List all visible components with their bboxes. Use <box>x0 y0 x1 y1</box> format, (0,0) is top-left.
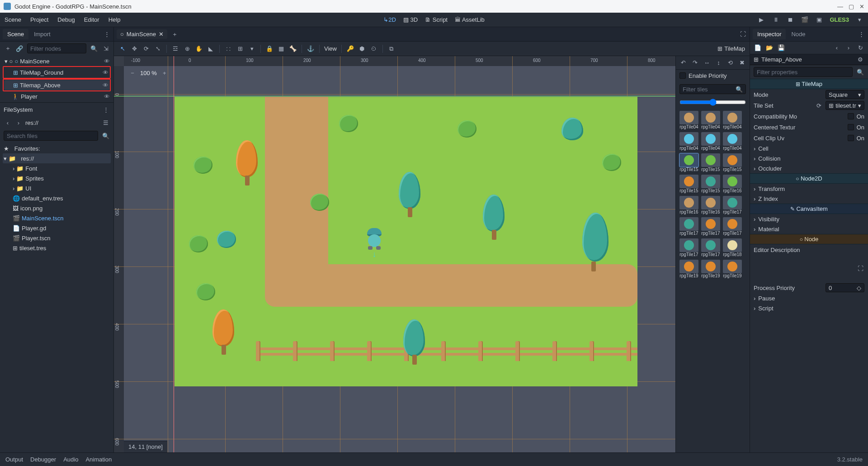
instance-scene-icon[interactable]: 🔗 <box>15 44 24 52</box>
menu-editor[interactable]: Editor <box>84 16 99 23</box>
tile-rpgTile16[interactable]: rpgTile16 <box>679 196 698 214</box>
section-canvasitem[interactable]: ✎ CanvasItem <box>750 204 868 214</box>
fs-fwd-icon[interactable]: › <box>14 119 23 127</box>
search-icon[interactable]: 🔍 <box>856 68 864 76</box>
node-options-icon[interactable]: ⚙ <box>856 56 864 64</box>
insp-history-icon[interactable]: ↻ <box>856 44 864 52</box>
canvas-viewport[interactable]: -100010020030040050060070080090010001100… <box>114 56 675 452</box>
add-node-icon[interactable]: ＋ <box>4 44 12 52</box>
prop-process-value[interactable]: 0◇ <box>826 283 864 292</box>
tile-rpgTile04[interactable]: rpgTile04 <box>679 111 698 129</box>
panel-menu-icon[interactable]: ⋮ <box>103 30 111 38</box>
fold-script[interactable]: › Script <box>750 303 868 313</box>
prop-compat-check[interactable] <box>848 113 854 119</box>
minimize-icon[interactable]: — <box>837 3 843 10</box>
search-icon[interactable]: 🔍 <box>90 44 98 52</box>
prop-clip-check[interactable] <box>848 135 854 141</box>
tile-rpgTile04[interactable]: rpgTile04 <box>723 111 742 129</box>
section-node2d[interactable]: ○ Node2D <box>750 173 868 184</box>
play-scene-icon[interactable]: 🎬 <box>801 16 809 24</box>
mode-3d-tab[interactable]: ▨ 3D <box>403 16 418 23</box>
close-tab-icon[interactable]: ✕ <box>159 31 164 38</box>
inspector-filter-input[interactable]: Filter properties <box>754 67 853 77</box>
tab-import[interactable]: Import <box>29 29 55 39</box>
copy-icon[interactable]: ⧉ <box>387 45 396 53</box>
fs-toggle-view-icon[interactable]: ☰ <box>102 119 110 127</box>
tile-redo-icon[interactable]: ↷ <box>691 59 698 67</box>
tile-flip-h-icon[interactable]: ↔ <box>703 59 710 67</box>
fs-item-font[interactable]: › 📁 Font <box>3 163 111 173</box>
view-menu[interactable]: View <box>324 45 337 52</box>
tile-rpgTile17[interactable]: rpgTile17 <box>701 217 720 236</box>
pan-tool-icon[interactable]: ✋ <box>195 45 203 53</box>
renderer-label[interactable]: GLES3 <box>830 16 849 23</box>
menu-debug[interactable]: Debug <box>57 16 75 23</box>
snap-toggle-icon[interactable]: ⸬ <box>224 45 232 53</box>
scene-node-mainscene[interactable]: ▾ ○ ○ MainScene👁 <box>3 56 111 66</box>
tile-rpgTile15[interactable]: rpgTile15 <box>679 153 698 172</box>
tilemap-mode-label[interactable]: TileMap <box>724 45 745 52</box>
tile-rpgTile17[interactable]: rpgTile17 <box>701 238 720 257</box>
tileset-revert-icon[interactable]: ⟳ <box>815 101 823 109</box>
fs-root[interactable]: ▾ 📁 res:// <box>3 153 111 163</box>
fs-menu-icon[interactable]: ⋮ <box>102 105 110 114</box>
stop-icon[interactable]: ⏹ <box>786 16 794 24</box>
tile-rotate-icon[interactable]: ⟲ <box>727 59 734 67</box>
tile-rpgTile04[interactable]: rpgTile04 <box>679 132 698 151</box>
scene-node-player[interactable]: 🚶 Player👁 <box>3 91 111 101</box>
ruler-tool-icon[interactable]: ◣ <box>207 45 215 53</box>
fs-back-icon[interactable]: ‹ <box>4 119 12 127</box>
prop-tileset-value[interactable]: ⊞ tileset.tr▾ <box>826 101 864 110</box>
scene-filter-input[interactable]: Filter nodes <box>27 43 86 53</box>
tile-rpgTile16[interactable]: rpgTile16 <box>701 196 720 214</box>
tab-scene[interactable]: Scene <box>3 29 28 39</box>
group-icon[interactable]: ▦ <box>277 45 285 53</box>
tile-rpgTile18[interactable]: rpgTile18 <box>723 238 742 257</box>
tile-rpgTile04[interactable]: rpgTile04 <box>701 132 720 151</box>
fs-item-default_env.tres[interactable]: 🌐 default_env.tres <box>3 193 111 203</box>
close-icon[interactable]: ✕ <box>859 3 864 10</box>
mode-script-tab[interactable]: 🗎 Script <box>425 16 448 23</box>
fs-search-input[interactable]: Search files <box>4 131 98 141</box>
insp-load-icon[interactable]: 📂 <box>765 44 774 52</box>
tile-rpgTile04[interactable]: rpgTile04 <box>723 132 742 151</box>
maximize-icon[interactable]: ▢ <box>849 3 854 10</box>
menu-help[interactable]: Help <box>108 16 121 23</box>
fold-collision[interactable]: › Collision <box>750 153 868 163</box>
scene-node-tilemap_above[interactable]: ⊞ Tilemap_Above👁 <box>4 80 109 90</box>
key-options-icon[interactable]: ⏲ <box>370 45 378 53</box>
grid-snap-icon[interactable]: ⊞ <box>236 45 244 53</box>
insp-new-icon[interactable]: 📄 <box>754 44 762 52</box>
fold-visibility[interactable]: › Visibility <box>750 214 868 224</box>
insp-fwd-icon[interactable]: › <box>844 44 853 52</box>
scale-tool-icon[interactable]: ⤡ <box>154 45 162 53</box>
fold-transform[interactable]: › Transform <box>750 184 868 194</box>
snap-options-icon[interactable]: ▾ <box>248 45 256 53</box>
tile-rpgTile17[interactable]: rpgTile17 <box>723 217 742 236</box>
fold-cell[interactable]: › Cell <box>750 143 868 153</box>
enable-priority-check[interactable] <box>679 72 686 79</box>
bottom-debugger[interactable]: Debugger <box>30 456 56 463</box>
prop-centered-check[interactable] <box>848 124 854 130</box>
prop-mode-value[interactable]: Square▾ <box>826 90 864 99</box>
fold-zindex[interactable]: › Z Index <box>750 194 868 204</box>
fs-item-player.gd[interactable]: 📄 Player.gd <box>3 223 111 233</box>
bottom-output[interactable]: Output <box>5 456 23 463</box>
tab-inspector[interactable]: Inspector <box>753 29 786 39</box>
tile-rpgTile17[interactable]: rpgTile17 <box>679 217 698 236</box>
key-insert-icon[interactable]: 🔑 <box>346 45 354 53</box>
expand-viewport-icon[interactable]: ⛶ <box>739 30 747 38</box>
tile-zoom-slider[interactable] <box>679 99 746 106</box>
fs-item-sprites[interactable]: › 📁 Sprites <box>3 173 111 183</box>
tile-filter-input[interactable]: Filter tiles🔍 <box>679 84 746 94</box>
mode-2d-tab[interactable]: ↳2D <box>383 16 396 23</box>
tile-rpgTile19[interactable]: rpgTile19 <box>701 260 720 278</box>
select-tool-icon[interactable]: ↖ <box>118 45 127 53</box>
tile-rpgTile17[interactable]: rpgTile17 <box>723 196 742 214</box>
tile-rpgTile17[interactable]: rpgTile17 <box>679 238 698 257</box>
tile-rpgTile15[interactable]: rpgTile15 <box>723 153 742 172</box>
fs-item-mainscene.tscn[interactable]: 🎬 MainScene.tscn <box>3 213 111 223</box>
inspector-menu-icon[interactable]: ⋮ <box>857 30 865 38</box>
play-icon[interactable]: ▶ <box>757 16 765 24</box>
section-node[interactable]: ○ Node <box>750 234 868 244</box>
